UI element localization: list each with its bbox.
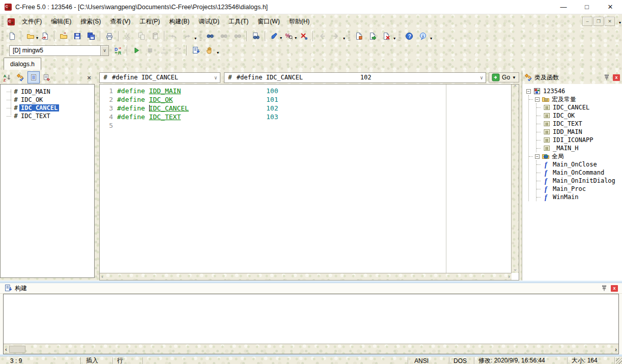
tree-item[interactable]: fMain_OnCommand xyxy=(536,169,622,177)
code-line[interactable]: 5 xyxy=(100,121,512,130)
toolbar-drag-handle[interactable] xyxy=(2,45,4,55)
toolbar-overflow-icon[interactable]: ▾ xyxy=(430,32,434,41)
horizontal-scrollbar[interactable]: ‹ › xyxy=(100,273,512,280)
tree-item[interactable]: fMain_Proc xyxy=(536,185,622,193)
print-button[interactable] xyxy=(103,30,116,43)
tree-item[interactable]: fMain_OnInitDialog xyxy=(536,177,622,185)
tree-item[interactable]: IDC_OK xyxy=(536,111,622,120)
resize-grip[interactable] xyxy=(616,358,622,364)
menu-item-1[interactable]: 编辑(E) xyxy=(46,16,76,27)
tree-item[interactable]: fWinMain xyxy=(536,193,622,201)
code-line[interactable]: 2#define IDC_OK101 xyxy=(100,95,512,104)
chevron-down-icon[interactable]: ▾ xyxy=(36,32,38,40)
tree-group-0[interactable]: −宏及常量 xyxy=(529,95,622,103)
toolbar-overflow-icon[interactable]: ▾ xyxy=(194,32,198,41)
code-line[interactable]: 3#define IDC_CANCEL102 xyxy=(100,104,512,113)
menu-item-0[interactable]: 文件(F) xyxy=(17,16,46,27)
tree-item[interactable]: IDC_TEXT xyxy=(536,120,622,128)
toolbar-overflow-icon[interactable]: ▾ xyxy=(343,32,347,41)
pin-icon[interactable] xyxy=(603,73,611,81)
code-editor[interactable]: 1#define IDD_MAIN1002#define IDC_OK1013#… xyxy=(99,84,519,281)
menu-item-4[interactable]: 工程(P) xyxy=(135,16,164,27)
symbol-list-item[interactable]: #IDD_MAIN xyxy=(1,88,94,96)
toolbar-overflow-icon[interactable]: ▾ xyxy=(216,46,220,55)
toolbar-drag-handle[interactable] xyxy=(399,31,401,41)
editor-context-combo[interactable]: # #define IDC_CANCEL 102 ∨ xyxy=(224,72,486,83)
about-button[interactable]: i xyxy=(416,30,429,43)
close-button[interactable]: ✕ xyxy=(599,0,622,14)
members-button[interactable] xyxy=(14,71,26,83)
menu-item-2[interactable]: 搜索(S) xyxy=(76,16,105,27)
code-line[interactable]: 4#define IDC_TEXT103 xyxy=(100,113,512,121)
chevron-down-icon[interactable]: ∨ xyxy=(100,46,108,55)
toolbar-drag-handle[interactable] xyxy=(200,31,202,41)
maximize-button[interactable]: □ xyxy=(575,0,599,14)
find-button[interactable] xyxy=(204,30,216,43)
tree-group-1[interactable]: −全局 xyxy=(529,152,622,160)
reopen-button[interactable] xyxy=(39,30,51,43)
replace-button[interactable]: % xyxy=(282,30,295,43)
menu-item-9[interactable]: 帮助(H) xyxy=(285,16,315,27)
scroll-up-icon[interactable]: ⌃ xyxy=(514,85,517,90)
editor-symbol-combo[interactable]: # #define IDC_CANCEL ∨ xyxy=(99,72,220,83)
save-as-button[interactable] xyxy=(57,30,70,43)
tree-root-project[interactable]: −123546 xyxy=(526,87,622,95)
scroll-down-icon[interactable]: ⌄ xyxy=(514,266,517,271)
help-button[interactable]: ? xyxy=(403,30,415,43)
toolbar-drag-handle[interactable] xyxy=(348,31,350,41)
minimize-button[interactable]: — xyxy=(552,0,575,14)
compile-button[interactable] xyxy=(352,30,365,43)
toolbar-drag-handle[interactable] xyxy=(2,31,4,41)
goto-button[interactable] xyxy=(268,30,280,43)
open-button[interactable] xyxy=(24,30,37,43)
build-target-combo[interactable]: [D] mingw5 ∨ xyxy=(9,45,109,56)
run-button[interactable] xyxy=(130,44,143,57)
tree-expander-icon[interactable]: − xyxy=(535,97,540,102)
go-button[interactable]: Go ▼ xyxy=(489,72,519,82)
find-in-files-button[interactable] xyxy=(249,30,262,43)
sort-az-button[interactable]: AZ xyxy=(1,71,13,83)
stop-build-button[interactable] xyxy=(380,30,392,43)
tree-item[interactable]: fMain_OnClose xyxy=(536,160,622,169)
mdi-restore-button[interactable]: ❐ xyxy=(593,17,604,26)
build-output[interactable] xyxy=(4,294,618,344)
build-button[interactable] xyxy=(366,30,379,43)
save-all-button[interactable] xyxy=(84,30,97,43)
scroll-left-icon[interactable]: ‹ xyxy=(5,346,7,352)
new-file-button[interactable] xyxy=(6,30,18,43)
tree-item[interactable]: _MAIN_H xyxy=(536,144,622,152)
panel-splitter[interactable] xyxy=(95,71,99,281)
chevron-down-icon[interactable]: ▼ xyxy=(512,75,516,80)
toolbar-overflow-icon[interactable]: ▾ xyxy=(393,32,397,41)
menu-item-8[interactable]: 窗口(W) xyxy=(253,16,284,27)
chevron-down-icon[interactable]: ▾ xyxy=(295,32,297,40)
menu-item-3[interactable]: 查看(V) xyxy=(105,16,135,27)
checklist-button[interactable] xyxy=(41,71,53,83)
close-symbol-panel-button[interactable]: × xyxy=(84,74,94,81)
chevron-down-icon[interactable]: ∨ xyxy=(480,75,486,80)
cancel-find-button[interactable] xyxy=(297,30,310,43)
scroll-right-icon[interactable]: › xyxy=(507,274,511,279)
symbol-list-item[interactable]: #IDC_TEXT xyxy=(1,112,94,120)
tree-expander-icon[interactable]: − xyxy=(535,154,540,159)
menu-item-6[interactable]: 调试(D) xyxy=(194,16,224,27)
code-line[interactable]: 1#define IDD_MAIN100 xyxy=(100,87,512,95)
symbol-list-item[interactable]: #IDC_OK xyxy=(1,96,94,104)
scrollbar-thumb[interactable] xyxy=(9,346,25,353)
list-view-button[interactable] xyxy=(27,71,40,83)
mdi-minimize-button[interactable]: – xyxy=(582,17,592,26)
menu-item-7[interactable]: 工具(T) xyxy=(224,16,253,27)
toolbar-drag-handle[interactable] xyxy=(2,17,4,27)
vertical-scrollbar[interactable]: ⌃ ⌄ xyxy=(511,85,519,273)
chevron-down-icon[interactable]: ▾ xyxy=(280,32,282,40)
chevron-down-icon[interactable]: ∨ xyxy=(214,75,220,80)
tree-item[interactable]: IDC_CANCEL xyxy=(536,103,622,111)
tree-item[interactable]: IDD_MAIN xyxy=(536,128,622,136)
menu-item-5[interactable]: 构建(B) xyxy=(164,16,194,27)
build-log-button[interactable] xyxy=(189,44,202,57)
mdi-close-button[interactable]: ✕ xyxy=(605,17,615,26)
scroll-right-icon[interactable]: › xyxy=(615,346,617,352)
tab-dialogs-h[interactable]: dialogs.h xyxy=(4,58,41,70)
save-button[interactable] xyxy=(71,30,83,43)
debug-release-button[interactable]: DR xyxy=(111,44,124,57)
